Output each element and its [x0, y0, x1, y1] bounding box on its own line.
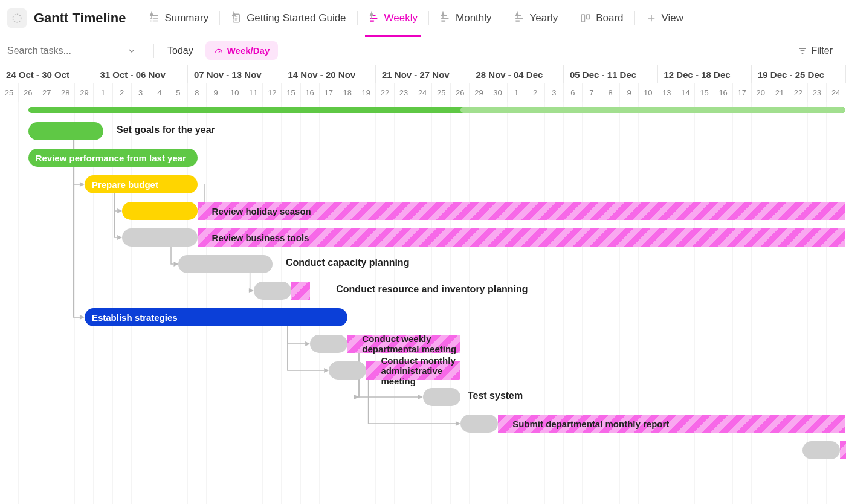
day-header: 17: [320, 83, 338, 102]
gantt-bar[interactable]: [291, 282, 310, 300]
gantt-bar[interactable]: Review performance from last year: [28, 149, 198, 167]
day-header: 11: [244, 83, 263, 102]
gantt-bar[interactable]: Conduct weekly departmental meeting: [347, 335, 460, 353]
list-icon: [149, 13, 160, 24]
tab-label: Monthly: [456, 12, 492, 24]
day-header: 3: [545, 83, 564, 102]
gantt-row: [0, 437, 846, 464]
week-header: 14 Nov - 20 Nov: [282, 65, 376, 83]
filter-button[interactable]: Filter: [792, 42, 839, 60]
day-header: 23: [395, 83, 413, 102]
gantt-bar[interactable]: [254, 282, 291, 300]
tab-yearly[interactable]: Yearly: [503, 0, 569, 36]
gantt-bar[interactable]: [802, 441, 840, 459]
day-header: 24: [827, 83, 845, 102]
tab-label: Board: [596, 12, 623, 24]
today-button[interactable]: Today: [161, 42, 199, 60]
week-header: 05 Dec - 11 Dec: [564, 65, 658, 83]
search-input[interactable]: [7, 45, 122, 56]
day-header: 3: [132, 83, 150, 102]
bar-label: Conduct monthly administrative meeting: [381, 355, 460, 386]
day-header: 29: [470, 83, 488, 102]
gantt-bar[interactable]: [122, 202, 197, 220]
week-header: 07 Nov - 13 Nov: [188, 65, 282, 83]
day-header: 20: [752, 83, 770, 102]
tab-label: View: [662, 12, 684, 24]
tab-board[interactable]: Board: [569, 0, 634, 36]
day-header: 30: [488, 83, 507, 102]
day-header: 9: [207, 83, 225, 102]
gantt-icon: [369, 13, 379, 24]
day-header: 25: [0, 83, 19, 102]
day-header: 19: [357, 83, 376, 102]
page-title: Gantt Timeline: [34, 10, 126, 26]
tab-label: Weekly: [384, 12, 418, 24]
gauge-icon: [214, 46, 224, 56]
gantt-row: Conduct monthly administrative meeting: [0, 357, 846, 384]
gantt-bar[interactable]: [423, 388, 460, 406]
gantt-bar[interactable]: [329, 361, 366, 380]
zoom-button[interactable]: Week/Day: [205, 41, 279, 60]
tab-label: Getting Started Guide: [247, 12, 346, 24]
svg-point-0: [13, 14, 21, 22]
day-header: 9: [620, 83, 639, 102]
day-header: 2: [526, 83, 545, 102]
gantt-row: Set goals for the year: [0, 118, 846, 144]
day-header: 17: [733, 83, 752, 102]
gantt-row: Conduct weekly departmental meeting: [0, 331, 846, 357]
tab-view[interactable]: View: [635, 0, 695, 36]
tab-weekly[interactable]: Weekly: [358, 0, 428, 36]
day-header: 22: [789, 83, 808, 102]
bar-label: Test system: [468, 390, 523, 401]
gantt-bars: Set goals for the yearReview performance…: [0, 102, 846, 464]
day-header: 25: [432, 83, 451, 102]
gantt-bar[interactable]: Submit departmental monthly report: [498, 415, 845, 433]
gantt-bar[interactable]: [310, 335, 347, 353]
timeline-header: 24 Oct - 30 Oct31 Oct - 06 Nov07 Nov - 1…: [0, 65, 846, 102]
gantt-bar[interactable]: Conduct monthly administrative meeting: [366, 361, 460, 380]
gantt-bar[interactable]: Prepare budget: [85, 175, 198, 193]
chevron-down-icon[interactable]: [127, 46, 137, 56]
app-icon: [7, 8, 27, 28]
gantt-row: Review holiday season: [0, 198, 846, 224]
day-header: 10: [639, 83, 657, 102]
doc-icon: [231, 13, 242, 24]
day-header: 22: [376, 83, 395, 102]
day-header: 18: [338, 83, 357, 102]
day-header: 26: [451, 83, 470, 102]
gantt-row: Review performance from last year: [0, 144, 846, 171]
week-header: 12 Dec - 18 Dec: [658, 65, 752, 83]
tab-monthly[interactable]: Monthly: [429, 0, 503, 36]
search-wrap: [7, 45, 146, 56]
bar-label: Review business tools: [212, 233, 309, 243]
day-header: 14: [676, 83, 695, 102]
board-icon: [580, 13, 591, 24]
gantt-body[interactable]: Set goals for the yearReview performance…: [0, 102, 846, 504]
tab-getting-started-guide[interactable]: Getting Started Guide: [220, 0, 357, 36]
gantt-row: Prepare budget: [0, 171, 846, 198]
bar-label: Review holiday season: [212, 206, 311, 216]
week-header: 31 Oct - 06 Nov: [94, 65, 189, 83]
bar-label: Conduct capacity planning: [286, 257, 409, 268]
gantt-row: Submit departmental monthly report: [0, 410, 846, 437]
gantt-bar[interactable]: Review business tools: [198, 228, 846, 247]
gantt-bar[interactable]: [840, 441, 846, 459]
gantt-row: Test system: [0, 384, 846, 410]
gantt-bar[interactable]: [460, 415, 498, 433]
day-header: 1: [508, 83, 526, 102]
day-header: 21: [770, 83, 789, 102]
gantt-bar[interactable]: [122, 228, 197, 247]
gantt-bar[interactable]: Establish strategies: [85, 308, 347, 326]
day-header: 24: [413, 83, 432, 102]
header: Gantt Timeline SummaryGetting Started Gu…: [0, 0, 846, 36]
gantt-bar[interactable]: [28, 122, 103, 140]
gantt-icon: [440, 13, 451, 24]
gantt-bar[interactable]: [178, 255, 273, 273]
tab-summary[interactable]: Summary: [138, 0, 219, 36]
day-header: 15: [282, 83, 300, 102]
gantt-bar[interactable]: Review holiday season: [198, 202, 846, 220]
svg-rect-2: [581, 15, 584, 22]
day-header: 2: [113, 83, 132, 102]
gantt-bar[interactable]: [460, 107, 846, 113]
gantt-row: Establish strategies: [0, 304, 846, 331]
